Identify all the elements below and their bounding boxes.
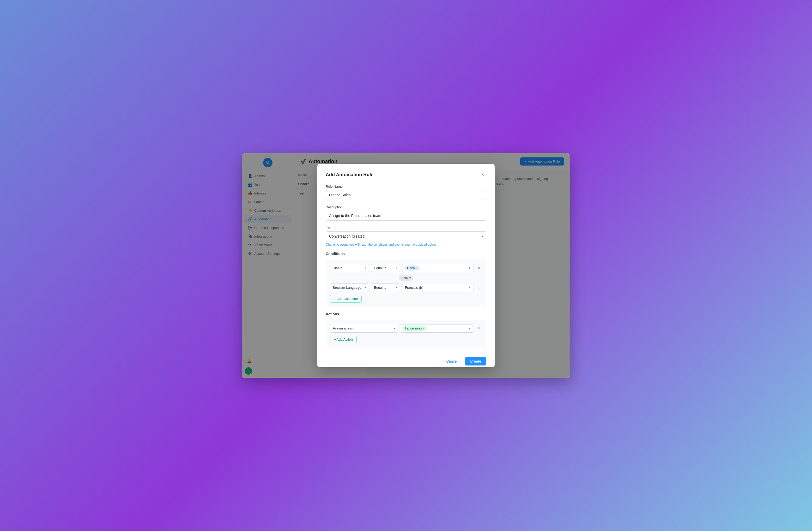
action1-value-input[interactable]: france sales × ▼: [400, 324, 474, 333]
action1-value-tag: france sales ×: [403, 326, 426, 331]
actions-section: Actions Assign a team Assign an agent Ad…: [326, 312, 486, 348]
description-input[interactable]: [326, 211, 486, 221]
event-select-wrapper: Conversation Created Conversation Update…: [326, 231, 486, 241]
event-group: Event Conversation Created Conversation …: [326, 226, 486, 247]
modal-overlay: Add Automation Rule × Rule Name Descript…: [242, 153, 570, 378]
modal-header: Add Automation Rule ×: [326, 171, 486, 178]
conditions-title: Conditions: [326, 252, 486, 256]
event-label: Event: [326, 226, 486, 230]
action1-type-select[interactable]: Assign a team Assign an agent Add label: [330, 324, 398, 333]
actions-title: Actions: [326, 312, 486, 316]
conditions-area: Status Browser Language Assignee ▼ Equal…: [326, 260, 486, 307]
modal-footer: Cancel Create: [326, 353, 486, 365]
action1-tag-close[interactable]: ×: [423, 327, 424, 330]
condition1-operator-wrapper: Equal to Not equal to Contains ▼: [371, 264, 400, 272]
condition1-value-arrow: ▼: [468, 267, 471, 269]
description-group: Description: [326, 205, 486, 221]
rule-name-label: Rule Name: [326, 185, 486, 188]
modal-title: Add Automation Rule: [326, 172, 373, 178]
description-label: Description: [326, 205, 486, 209]
create-button[interactable]: Create: [465, 357, 486, 365]
condition2-attribute-select[interactable]: Browser Language Status Assignee: [330, 283, 369, 292]
condition1-tag-close[interactable]: ×: [416, 267, 417, 270]
condition2-value-input[interactable]: Français (fr) ▼: [402, 284, 474, 291]
condition2-operator-wrapper: Equal to Not equal to Contains ▼: [371, 283, 400, 292]
condition-row-1: Status Browser Language Assignee ▼ Equal…: [330, 264, 482, 272]
and-label: AND ▾: [399, 276, 413, 281]
condition2-value-text: Français (fr): [405, 285, 423, 290]
action-row-1: Assign a team Assign an agent Add label …: [330, 324, 482, 333]
add-action-button[interactable]: + Add Action: [330, 336, 357, 343]
condition2-remove-button[interactable]: ×: [476, 284, 482, 291]
condition2-operator-select[interactable]: Equal to Not equal to Contains: [371, 283, 400, 292]
condition2-attribute-wrapper: Browser Language Status Assignee ▼: [330, 283, 369, 292]
event-select[interactable]: Conversation Created Conversation Update…: [326, 231, 486, 241]
event-hint: Changing event type will reset the condi…: [326, 243, 486, 247]
action1-value-arrow: ▼: [468, 327, 471, 330]
actions-area: Assign a team Assign an agent Add label …: [326, 320, 486, 348]
condition1-operator-select[interactable]: Equal to Not equal to Contains: [371, 264, 400, 272]
condition2-value-arrow: ▼: [468, 286, 471, 289]
condition1-value-input[interactable]: Open × ▼: [402, 264, 474, 272]
action1-type-wrapper: Assign a team Assign an agent Add label …: [330, 324, 398, 333]
rule-name-group: Rule Name: [326, 185, 486, 200]
conditions-section: Conditions Status Browser Language Assig…: [326, 252, 486, 307]
condition1-remove-button[interactable]: ×: [476, 265, 482, 271]
add-condition-button[interactable]: + Add Condition: [330, 295, 362, 303]
action1-remove-button[interactable]: ×: [476, 325, 482, 332]
modal: Add Automation Rule × Rule Name Descript…: [317, 164, 495, 367]
rule-name-input[interactable]: [326, 190, 486, 200]
condition1-attribute-select[interactable]: Status Browser Language Assignee: [330, 264, 369, 272]
condition1-attribute-wrapper: Status Browser Language Assignee ▼: [330, 264, 369, 272]
and-badge: AND ▾: [330, 276, 482, 281]
condition1-value-tag: Open ×: [405, 266, 420, 270]
modal-close-button[interactable]: ×: [479, 171, 486, 178]
condition-row-2: Browser Language Status Assignee ▼ Equal…: [330, 283, 482, 292]
cancel-button[interactable]: Cancel: [442, 357, 462, 365]
